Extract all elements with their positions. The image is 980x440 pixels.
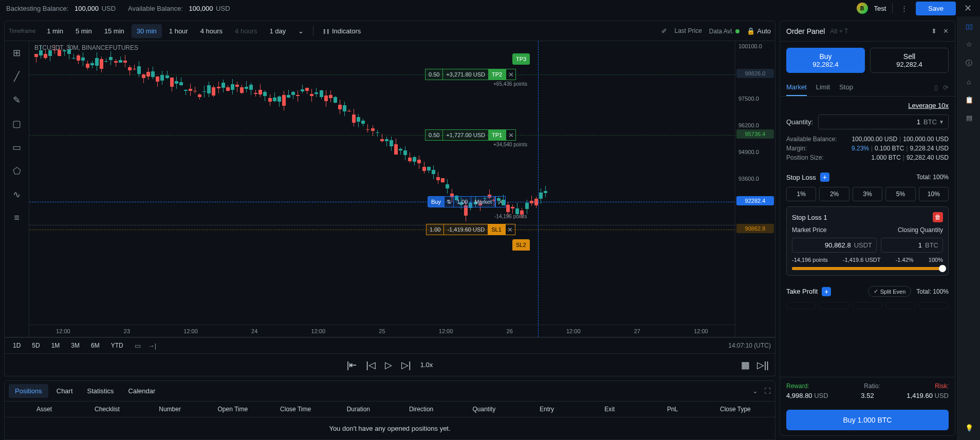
playback-speed[interactable]: 1.0x xyxy=(420,361,433,369)
tp1-order-line[interactable]: 0.50 +1,727.00 USD TP1 ✕ xyxy=(425,129,516,141)
buy-order-line[interactable]: Buy ⇅ 1.00 Market ✕ xyxy=(428,196,506,207)
tp2-order-line[interactable]: 0.50 +3,271.80 USD TP2 ✕ xyxy=(425,69,516,80)
range-3m[interactable]: 3M xyxy=(67,340,84,351)
sl-slider-handle[interactable] xyxy=(939,265,946,272)
indicators-button[interactable]: ⫿⫿ Indicators xyxy=(318,24,366,38)
close-panel-icon[interactable]: ✕ xyxy=(943,27,949,35)
quantity-input[interactable]: 1 BTC ▼ xyxy=(818,114,949,129)
tf-30min[interactable]: 30 min xyxy=(132,24,162,38)
tab-positions[interactable]: Positions xyxy=(9,384,48,398)
tf-1min[interactable]: 1 min xyxy=(42,24,68,38)
sl-pct-3[interactable]: 3% xyxy=(853,187,882,201)
range-6m[interactable]: 6M xyxy=(87,340,104,351)
sl-total: Total: 100% xyxy=(916,174,949,181)
more-menu-icon[interactable]: ⋮ xyxy=(899,3,910,14)
pencil-icon[interactable]: ✎ xyxy=(13,94,21,106)
buy-side-button[interactable]: Buy 92,282.4 xyxy=(786,48,865,73)
sl-price-input[interactable]: 90,862.8 USDT xyxy=(792,238,877,253)
order-panel-header: Order Panel Alt + T ⬍ ✕ xyxy=(780,21,955,42)
range-1d[interactable]: 1D xyxy=(9,340,25,351)
sl1-close-icon[interactable]: ✕ xyxy=(505,224,515,235)
add-stop-loss-button[interactable]: + xyxy=(820,173,829,182)
range-ytd[interactable]: YTD xyxy=(107,340,127,351)
refresh-icon[interactable]: ⟳ xyxy=(943,84,949,91)
buy-close-icon[interactable]: ✕ xyxy=(495,196,506,207)
tp3-box[interactable]: TP3 xyxy=(512,53,530,65)
stop-loss-card: Stop Loss 1 🗑 Market Price Closing Quant… xyxy=(786,206,949,276)
home-icon[interactable]: ⌂ xyxy=(967,78,971,86)
save-button[interactable]: Save xyxy=(916,2,956,15)
sl-slider[interactable] xyxy=(792,267,943,270)
lightbulb-icon[interactable]: 💡 xyxy=(965,424,973,432)
tf-1hour[interactable]: 1 hour xyxy=(164,24,193,38)
sl1-order-line[interactable]: 1.00 -1,419.60 USD SL1 ✕ xyxy=(426,224,515,235)
crosshair-icon[interactable]: ⊞ xyxy=(13,47,21,59)
sl-pct-2[interactable]: 2% xyxy=(819,187,849,201)
expand-icon[interactable]: ⛶ xyxy=(764,387,771,395)
polygon-icon[interactable]: ⬠ xyxy=(13,165,21,177)
tf-4hours[interactable]: 4 hours xyxy=(195,24,228,38)
info-icon[interactable]: ⓘ xyxy=(966,59,972,68)
tp1-close-icon[interactable]: ✕ xyxy=(506,129,516,141)
next-icon[interactable]: ▷| xyxy=(401,359,411,371)
divider xyxy=(892,3,893,13)
panel-chart-icon[interactable]: ▯▯ xyxy=(966,23,973,30)
delete-sl-button[interactable]: 🗑 xyxy=(933,212,943,222)
price-tick: 96200.0 xyxy=(738,122,759,128)
split-even-chip[interactable]: ✓ Split Even xyxy=(868,286,912,297)
sl-qty-input[interactable]: 1 BTC xyxy=(881,238,943,253)
copy-icon[interactable]: ▯ xyxy=(934,84,938,91)
tf-4hours-alt[interactable]: 4 hours xyxy=(230,24,262,38)
auto-lock-toggle[interactable]: 🔒 Auto xyxy=(747,27,771,35)
clipboard-icon[interactable]: 📋 xyxy=(965,96,973,104)
tf-more-dropdown[interactable]: ⌄ xyxy=(293,24,309,38)
leverage-link[interactable]: Leverage 10x xyxy=(908,102,949,109)
calendar-icon-pb[interactable]: ▦ xyxy=(741,359,750,371)
confirm-buy-button[interactable]: Buy 1.000 BTC xyxy=(786,410,949,430)
collapse-icon[interactable]: ⌄ xyxy=(752,387,758,395)
avatar[interactable]: B xyxy=(857,3,868,14)
pattern-icon[interactable]: ∿ xyxy=(13,189,21,200)
add-take-profit-button[interactable]: + xyxy=(822,287,831,296)
settings-icon[interactable]: ≡ xyxy=(14,213,20,223)
range-1m[interactable]: 1M xyxy=(47,340,64,351)
sl-pct-1[interactable]: 1% xyxy=(786,187,816,201)
prev-icon[interactable]: |◁ xyxy=(366,359,376,371)
swap-icon[interactable]: ⇅ xyxy=(445,196,454,207)
tab-calendar[interactable]: Calendar xyxy=(122,384,162,398)
th-closetime: Close Time xyxy=(264,406,327,413)
rectangle-icon[interactable]: ▭ xyxy=(12,142,21,153)
data-avl[interactable]: Data Avl. xyxy=(709,27,739,35)
note-icon[interactable]: ▤ xyxy=(966,114,972,122)
tf-15min[interactable]: 15 min xyxy=(99,24,130,38)
calendar-icon[interactable]: ▭ xyxy=(135,342,141,350)
ordertype-stop[interactable]: Stop xyxy=(839,79,853,96)
sl-pct-10[interactable]: 10% xyxy=(919,187,949,201)
ordertype-market[interactable]: Market xyxy=(786,79,807,96)
sell-side-button[interactable]: Sell 92,282.4 xyxy=(870,48,949,73)
tp2-close-icon[interactable]: ✕ xyxy=(506,69,516,80)
range-5d[interactable]: 5D xyxy=(28,340,44,351)
shapes-icon[interactable]: ▢ xyxy=(12,118,21,129)
goto-icon[interactable]: →| xyxy=(148,342,156,350)
tf-1day[interactable]: 1 day xyxy=(264,24,291,38)
close-icon[interactable]: ✕ xyxy=(962,3,974,14)
tf-5min[interactable]: 5 min xyxy=(70,24,97,38)
star-icon[interactable]: ☆ xyxy=(966,41,972,48)
sl-pct-5[interactable]: 5% xyxy=(885,187,915,201)
detach-icon[interactable]: ⬍ xyxy=(931,27,937,35)
last-price-label[interactable]: Last Price xyxy=(674,27,701,34)
ordertype-limit[interactable]: Limit xyxy=(816,79,830,96)
tab-statistics[interactable]: Statistics xyxy=(81,384,120,398)
chart-canvas[interactable]: BTCUSDT, 30M, BINANCEFUTURES TP3 0.50 +3… xyxy=(29,41,735,337)
sl2-box[interactable]: SL2 xyxy=(512,239,530,251)
skip-to-end-icon[interactable]: ▷|| xyxy=(757,359,769,371)
skip-to-start-icon[interactable]: |⇤ xyxy=(347,359,357,371)
eraser-icon[interactable]: ✐ xyxy=(661,27,667,35)
trendline-icon[interactable]: ╱ xyxy=(14,71,20,82)
backtesting-balance-label: Backtesting Balance: xyxy=(6,5,68,12)
right-sidebar: ▯▯ ☆ ⓘ ⌂ 📋 ▤ 💡 xyxy=(957,16,980,440)
play-icon[interactable]: ▷ xyxy=(385,359,392,371)
tab-chart[interactable]: Chart xyxy=(50,384,79,398)
caret-down-icon[interactable]: ▼ xyxy=(939,119,944,125)
